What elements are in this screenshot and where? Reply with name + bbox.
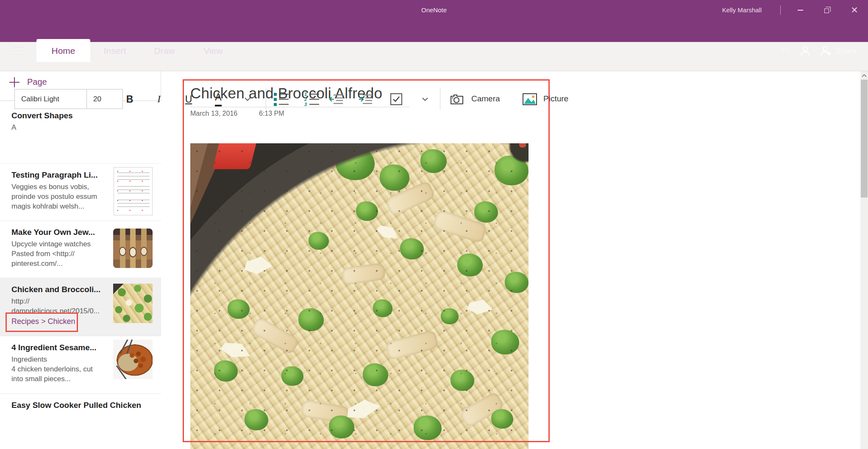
- page-list-sidebar: Page Convert Shapes A Testing Paragraph …: [0, 71, 161, 449]
- chevron-down-icon: [422, 97, 428, 101]
- undo-icon: [779, 46, 791, 56]
- note-time: 6:13 PM: [259, 110, 284, 117]
- scrollbar-thumb[interactable]: [861, 80, 868, 198]
- camera-label[interactable]: Camera: [471, 84, 500, 113]
- close-icon: ×: [851, 6, 858, 14]
- person-icon: [799, 45, 812, 57]
- font-controls: Calibri Light 20: [14, 89, 123, 109]
- page-item-title: Convert Shapes: [11, 111, 115, 120]
- restore-button[interactable]: [814, 0, 841, 20]
- chevron-down-icon: [244, 97, 251, 101]
- todo-tag-button[interactable]: [387, 89, 406, 109]
- wood-table: [190, 143, 227, 224]
- add-page-label: Page: [27, 77, 47, 87]
- titlebar-divider: [780, 6, 781, 15]
- close-button[interactable]: ×: [841, 0, 868, 20]
- share-button[interactable]: Share: [815, 40, 860, 62]
- page-item-sesame-chicken[interactable]: 4 Ingredient Sesame... Ingredients 4 chi…: [0, 336, 161, 393]
- page-item-title: 4 Ingredient Sesame...: [11, 343, 115, 352]
- tab-view[interactable]: View: [198, 40, 229, 62]
- undo-button[interactable]: [776, 40, 795, 62]
- numbered-list-icon: 1 2 3: [304, 93, 319, 106]
- section-breadcrumb[interactable]: Recipes > Chicken: [11, 317, 75, 326]
- font-name-input[interactable]: Calibri Light: [15, 89, 87, 109]
- font-options-dropdown[interactable]: [238, 89, 257, 109]
- ribbon-tab-row: Home Insert Draw View Share: [0, 20, 868, 42]
- toolbar-separator: [266, 88, 266, 110]
- page-item-snippet: Upcycle vintage watches Pasted from <htt…: [11, 239, 112, 268]
- scroll-up-button[interactable]: [861, 73, 867, 78]
- share-person-plus-icon: [819, 45, 832, 57]
- restore-icon: [824, 8, 829, 13]
- red-pan-handle: [212, 143, 256, 169]
- page-thumbnail-pasta-photo: [113, 284, 153, 323]
- font-size-input[interactable]: 20: [87, 89, 122, 109]
- page-thumbnail-watches-photo: [113, 229, 153, 268]
- titlebar-right: Kelly Marshall ×: [722, 0, 868, 20]
- bullet-list-button[interactable]: [272, 89, 290, 109]
- decrease-indent-button[interactable]: [327, 89, 346, 109]
- todo-checkbox-icon: [390, 93, 402, 105]
- numbered-list-button[interactable]: 1 2 3: [302, 89, 321, 109]
- recipe-photo[interactable]: [190, 143, 529, 449]
- toolbar-separator: [440, 88, 440, 110]
- tab-insert[interactable]: Insert: [97, 40, 132, 62]
- picture-icon: [522, 93, 537, 106]
- underline-button[interactable]: U: [179, 89, 198, 109]
- camera-button[interactable]: [448, 89, 466, 109]
- picture-button[interactable]: [520, 89, 539, 109]
- page-item-snippet: A: [11, 123, 112, 132]
- title-bar: OneNote Kelly Marshall ×: [0, 0, 868, 20]
- italic-button[interactable]: I: [150, 89, 168, 109]
- page-item-convert-shapes[interactable]: Convert Shapes A: [0, 101, 161, 163]
- tags-dropdown[interactable]: [416, 89, 434, 109]
- page-item-title: Make Your Own Jew...: [11, 228, 115, 237]
- page-item-pulled-chicken[interactable]: Easy Slow Cooker Pulled Chicken: [0, 393, 161, 449]
- bullet-list-icon: [274, 93, 289, 106]
- skillet-rim: [190, 143, 529, 449]
- page-thumbnail-document: [114, 167, 153, 215]
- share-label: Share: [835, 46, 857, 56]
- minimize-button[interactable]: [787, 0, 814, 20]
- page-item-title: Chicken and Broccoli...: [11, 285, 115, 294]
- tab-draw[interactable]: Draw: [148, 40, 181, 62]
- ribbon-right-actions: Share: [776, 40, 868, 62]
- hamburger-menu-button[interactable]: [12, 47, 25, 55]
- page-thumbnail-sesame-chicken-photo: [113, 340, 153, 379]
- camera-icon: [449, 93, 465, 106]
- minimize-icon: [798, 10, 803, 11]
- increase-indent-button[interactable]: [356, 89, 375, 109]
- page-item-title: Easy Slow Cooker Pulled Chicken: [11, 401, 153, 410]
- note-date: March 13, 2016: [190, 110, 237, 117]
- font-color-button[interactable]: A: [209, 89, 228, 109]
- signed-in-user: Kelly Marshall: [722, 6, 762, 14]
- page-item-chicken-broccoli[interactable]: Chicken and Broccoli... http:// damndeli…: [0, 278, 161, 336]
- page-item-snippet: Veggies es bonus vobis, proinde vos post…: [11, 182, 112, 211]
- decrease-indent-icon: [328, 93, 345, 106]
- bold-button[interactable]: B: [120, 89, 139, 109]
- account-button[interactable]: [795, 40, 815, 62]
- page-item-title: Testing Paragraph Li...: [11, 170, 115, 180]
- increase-indent-icon: [358, 93, 374, 106]
- tab-home[interactable]: Home: [36, 39, 90, 62]
- page-item-make-your-own-jewelry[interactable]: Make Your Own Jew... Upcycle vintage wat…: [0, 220, 161, 278]
- photo-detail: [519, 143, 526, 148]
- page-item-snippet: Ingredients 4 chicken tenderloins, cut i…: [11, 354, 112, 384]
- plus-icon: [9, 77, 19, 87]
- page-item-testing-paragraph[interactable]: Testing Paragraph Li... Veggies es bonus…: [0, 163, 161, 220]
- picture-label[interactable]: Picture: [543, 84, 568, 113]
- vertical-scrollbar[interactable]: [860, 71, 868, 449]
